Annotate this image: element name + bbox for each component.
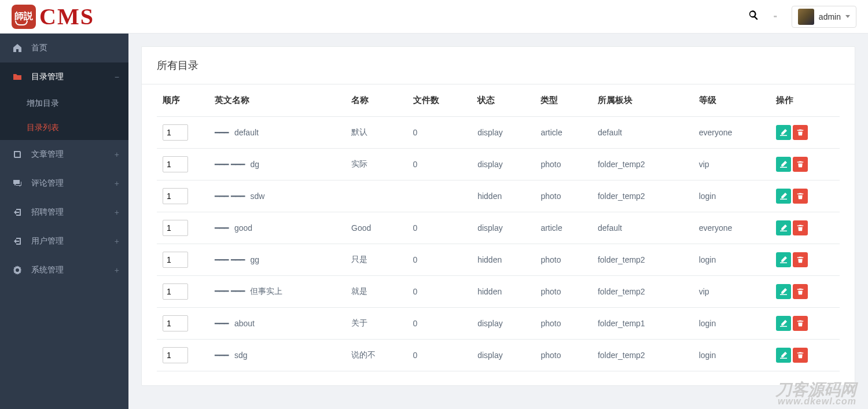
order-input[interactable] xyxy=(163,124,188,141)
cell-type: photo xyxy=(535,180,592,212)
delete-button[interactable] xyxy=(793,252,808,267)
cell-name: 关于 xyxy=(345,308,407,340)
cell-module: default xyxy=(592,212,693,244)
cell-name: Good xyxy=(345,212,407,244)
sidebar-item-label: 文章管理 xyxy=(31,149,64,160)
cell-name: 只是 xyxy=(345,244,407,276)
order-input[interactable] xyxy=(163,188,188,204)
cell-name: 默认 xyxy=(345,117,407,149)
main: 所有目录 顺序英文名称名称文件数状态类型所属板块等级操作 ━━━ default… xyxy=(128,34,868,409)
edit-button[interactable] xyxy=(776,284,791,299)
sidebar-item-label: 用户管理 xyxy=(31,236,64,246)
edit-button[interactable] xyxy=(776,252,791,267)
cell-ename: ━━━ ━━━ dg xyxy=(209,149,345,180)
order-input[interactable] xyxy=(163,156,188,172)
edit-button[interactable] xyxy=(776,220,791,235)
cell-level: everyone xyxy=(693,212,770,244)
cell-level: login xyxy=(693,340,770,371)
divider: •• xyxy=(774,13,777,20)
cell-ename: ━━━ sdg xyxy=(209,340,345,371)
column-header: 名称 xyxy=(345,84,407,117)
sidebar-item-label: 首页 xyxy=(31,43,47,53)
toggle-icon: + xyxy=(115,237,119,246)
cell-ename: ━━━ good xyxy=(209,212,345,244)
logo[interactable]: 師説 CMS xyxy=(12,5,94,29)
cell-level: vip xyxy=(693,149,770,180)
column-header: 文件数 xyxy=(407,84,472,117)
table-row: ━━━ ━━━ 但事实上就是0hiddenphotofolder_temp2vi… xyxy=(157,276,840,308)
table-row: ━━━ sdg说的不0displayphotofolder_temp2login xyxy=(157,340,840,371)
comments-icon xyxy=(13,179,24,188)
table-row: ━━━ default默认0displayarticledefaultevery… xyxy=(157,117,840,149)
cell-type: article xyxy=(535,117,592,149)
chevron-down-icon xyxy=(845,15,850,18)
cell-status: display xyxy=(472,308,535,340)
delete-button[interactable] xyxy=(793,125,808,140)
delete-button[interactable] xyxy=(793,284,808,299)
panel: 所有目录 顺序英文名称名称文件数状态类型所属板块等级操作 ━━━ default… xyxy=(141,46,855,386)
sidebar-item-4[interactable]: 招聘管理+ xyxy=(0,198,128,227)
delete-button[interactable] xyxy=(793,189,808,204)
sidebar-item-3[interactable]: 评论管理+ xyxy=(0,169,128,198)
toggle-icon: + xyxy=(115,150,119,159)
table-row: ━━━ goodGood0displayarticledefaulteveryo… xyxy=(157,212,840,244)
column-header: 英文名称 xyxy=(209,84,345,117)
cell-type: photo xyxy=(535,149,592,180)
home-icon xyxy=(13,43,24,53)
sidebar-item-1[interactable]: 目录管理− xyxy=(0,62,128,91)
table-row: ━━━ ━━━ sdwhiddenphotofolder_temp2login xyxy=(157,180,840,212)
cell-level: login xyxy=(693,180,770,212)
sidebar-item-6[interactable]: 系统管理+ xyxy=(0,256,128,285)
cell-module: folder_temp2 xyxy=(592,244,693,276)
edit-button[interactable] xyxy=(776,189,791,204)
order-input[interactable] xyxy=(163,347,188,363)
sidebar-item-label: 系统管理 xyxy=(31,265,64,275)
column-header: 操作 xyxy=(770,84,840,117)
book-icon xyxy=(13,150,24,159)
cell-type: photo xyxy=(535,276,592,308)
column-header: 顺序 xyxy=(157,84,209,117)
edit-button[interactable] xyxy=(776,125,791,140)
sidebar-item-0[interactable]: 首页 xyxy=(0,34,128,62)
column-header: 等级 xyxy=(693,84,770,117)
cell-level: login xyxy=(693,244,770,276)
directory-table: 顺序英文名称名称文件数状态类型所属板块等级操作 ━━━ default默认0di… xyxy=(157,84,840,371)
edit-button[interactable] xyxy=(776,157,791,172)
delete-button[interactable] xyxy=(793,348,808,363)
delete-button[interactable] xyxy=(793,157,808,172)
cell-ename: ━━━ ━━━ sdw xyxy=(209,180,345,212)
cell-ename: ━━━ ━━━ gg xyxy=(209,244,345,276)
order-input[interactable] xyxy=(163,283,188,300)
user-menu[interactable]: admin xyxy=(792,6,856,28)
order-input[interactable] xyxy=(163,220,188,236)
cogs-icon xyxy=(13,266,24,275)
sidebar-item-5[interactable]: 用户管理+ xyxy=(0,227,128,256)
cell-module: folder_temp2 xyxy=(592,340,693,371)
user-name: admin xyxy=(819,12,841,21)
cell-files: 0 xyxy=(407,212,472,244)
toggle-icon: + xyxy=(115,266,119,275)
edit-button[interactable] xyxy=(776,348,791,363)
sidebar-item-label: 评论管理 xyxy=(31,178,64,189)
order-input[interactable] xyxy=(163,315,188,331)
cell-status: display xyxy=(472,117,535,149)
cell-level: vip xyxy=(693,276,770,308)
cell-name: 就是 xyxy=(345,276,407,308)
cell-level: everyone xyxy=(693,117,770,149)
table-row: ━━━ ━━━ dg实际0displayphotofolder_temp2vip xyxy=(157,149,840,180)
sidebar-subitem-1-0[interactable]: 增加目录 xyxy=(0,91,128,116)
delete-button[interactable] xyxy=(793,316,808,331)
header: 師説 CMS •• admin xyxy=(0,0,868,34)
table-row: ━━━ about关于0displayphotofolder_temp1logi… xyxy=(157,308,840,340)
search-icon[interactable] xyxy=(748,10,759,23)
order-input[interactable] xyxy=(163,252,188,268)
cell-files xyxy=(407,180,472,212)
edit-button[interactable] xyxy=(776,316,791,331)
logo-text: CMS xyxy=(39,5,94,28)
cell-status: display xyxy=(472,149,535,180)
sidebar-subitem-1-1[interactable]: 目录列表 xyxy=(0,116,128,140)
delete-button[interactable] xyxy=(793,220,808,235)
sidebar-item-2[interactable]: 文章管理+ xyxy=(0,140,128,169)
sidebar: 首页目录管理−增加目录目录列表文章管理+评论管理+招聘管理+用户管理+系统管理+ xyxy=(0,34,128,409)
cell-files: 0 xyxy=(407,117,472,149)
